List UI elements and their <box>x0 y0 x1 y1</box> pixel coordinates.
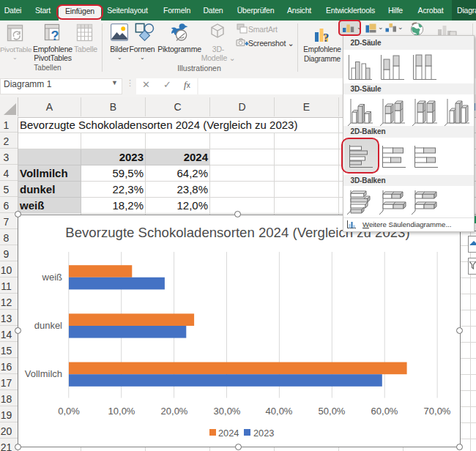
svg-text:?: ? <box>51 29 59 42</box>
svg-text:?: ? <box>323 31 330 44</box>
